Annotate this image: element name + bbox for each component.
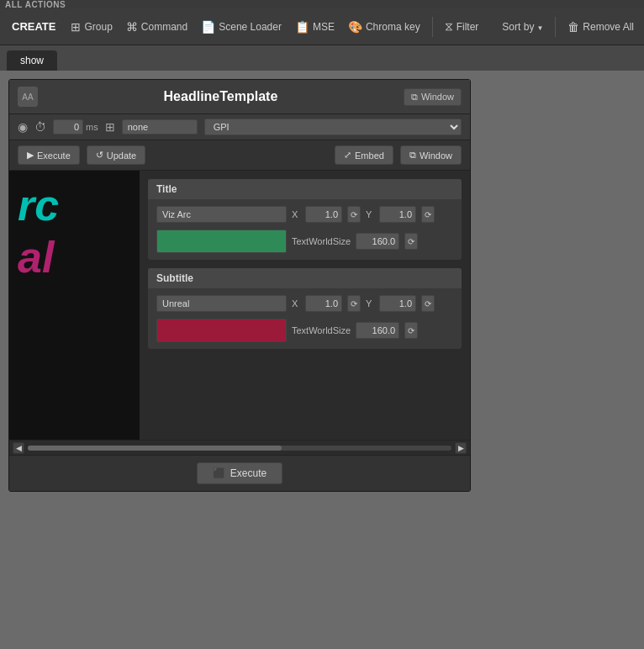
none-input[interactable]: [122, 119, 198, 135]
execute-footer-button[interactable]: ⬛ Execute: [197, 462, 282, 484]
subtitle-x-label: X: [292, 298, 300, 309]
headline-template-card: AA HeadlineTemplate ⧉ Window ◉ ⏱ ms ⊞ GP…: [8, 79, 471, 492]
tab-bar: show: [0, 45, 644, 71]
properties-panel: Title X ⟳ Y ⟳: [140, 171, 470, 440]
chroma-key-icon: 🎨: [348, 20, 362, 34]
group-icon: ⊞: [71, 20, 81, 34]
execute-icon: ▶: [27, 150, 34, 161]
subtitle-group-body: X ⟳ Y ⟳ TextWorldSize ⟳: [148, 288, 462, 349]
title-y-spin[interactable]: ⟳: [421, 206, 435, 223]
filter-button[interactable]: Filter: [440, 13, 484, 40]
card-actions: ▶ Execute ↺ Update ⤢ Embed ⧉ Window: [9, 140, 470, 171]
subtitle-y-label: Y: [366, 298, 374, 309]
gpi-select[interactable]: GPI: [204, 119, 462, 135]
subtitle-y-spin[interactable]: ⟳: [421, 295, 435, 312]
main-area: AA HeadlineTemplate ⧉ Window ◉ ⏱ ms ⊞ GP…: [0, 71, 644, 649]
command-icon: ⌘: [126, 20, 138, 34]
card-window-button[interactable]: ⧉ Window: [404, 88, 462, 106]
subtitle-color-row: TextWorldSize ⟳: [156, 319, 453, 342]
title-text-input[interactable]: [156, 206, 287, 223]
title-twsize-input[interactable]: [356, 233, 399, 250]
refresh-icon: ↺: [96, 150, 103, 161]
preview-text-line1: rc: [18, 183, 59, 227]
sort-by-button[interactable]: Sort by: [497, 13, 548, 40]
subtitle-group-header: Subtitle: [148, 268, 462, 288]
subtitle-twsize-label: TextWorldSize: [292, 325, 351, 335]
card-title: HeadlineTemplate: [45, 89, 397, 104]
grid-icon: ⊞: [105, 120, 115, 134]
create-button[interactable]: CREATE: [5, 13, 62, 40]
title-color-row: TextWorldSize ⟳: [156, 230, 453, 253]
subtitle-twsize-input[interactable]: [356, 322, 399, 339]
subtitle-text-row: X ⟳ Y ⟳: [156, 295, 453, 312]
embed-button[interactable]: ⤢ Embed: [335, 145, 393, 165]
x-label: X: [292, 209, 300, 219]
top-bar-title: ALL ACTIONS: [5, 0, 66, 9]
chroma-key-button[interactable]: 🎨 Chroma key: [343, 13, 425, 40]
ms-value-input[interactable]: [53, 119, 83, 135]
title-text-row: X ⟳ Y ⟳: [156, 206, 453, 223]
ms-input-group: ms: [53, 119, 98, 135]
subtitle-x-input[interactable]: [305, 295, 342, 312]
subtitle-y-input[interactable]: [379, 295, 416, 312]
card-window-button-2[interactable]: ⧉ Window: [400, 145, 462, 165]
card-subheader: ◉ ⏱ ms ⊞ GPI: [9, 114, 470, 140]
subtitle-twsize-spin[interactable]: ⟳: [404, 322, 418, 339]
scene-loader-icon: 📄: [201, 20, 215, 34]
card-icon: AA: [18, 87, 38, 107]
toolbar: CREATE ⊞ Group ⌘ Command 📄 Scene Loader …: [0, 8, 644, 45]
preview-text-line2: al: [18, 235, 54, 279]
y-label: Y: [366, 209, 374, 219]
title-y-input[interactable]: [379, 206, 416, 223]
execute-footer-icon: ⬛: [213, 467, 225, 479]
command-button[interactable]: ⌘ Command: [121, 13, 193, 40]
tab-show[interactable]: show: [7, 50, 57, 71]
execute-button[interactable]: ▶ Execute: [18, 145, 80, 165]
mse-icon: 📋: [295, 20, 309, 34]
mse-button[interactable]: 📋 MSE: [290, 13, 340, 40]
title-group-body: X ⟳ Y ⟳ TextWorldSize ⟳: [148, 199, 462, 260]
layer-icon: ◉: [18, 120, 28, 134]
title-group-header: Title: [148, 179, 462, 199]
subtitle-group: Subtitle X ⟳ Y ⟳: [148, 268, 462, 349]
title-x-input[interactable]: [305, 206, 342, 223]
subtitle-color-preview[interactable]: [156, 319, 287, 342]
preview-area: rc al: [9, 171, 140, 440]
scroll-track: [28, 446, 451, 451]
embed-icon: ⤢: [344, 150, 351, 161]
title-group: Title X ⟳ Y ⟳: [148, 179, 462, 260]
chevron-down-icon: [536, 21, 543, 33]
window-icon-2: ⧉: [409, 150, 416, 161]
clock-icon: ⏱: [34, 120, 46, 134]
scroll-thumb: [28, 446, 282, 451]
card-header: AA HeadlineTemplate ⧉ Window: [9, 80, 470, 114]
subtitle-text-input[interactable]: [156, 295, 287, 312]
title-twsize-spin[interactable]: ⟳: [404, 233, 418, 250]
update-button[interactable]: ↺ Update: [87, 145, 145, 165]
scroll-area: ◀ ▶: [9, 440, 470, 455]
scroll-right-button[interactable]: ▶: [455, 442, 467, 454]
title-color-preview[interactable]: [156, 230, 287, 253]
group-button[interactable]: ⊞ Group: [66, 13, 117, 40]
title-x-spin[interactable]: ⟳: [347, 206, 361, 223]
top-bar: ALL ACTIONS: [0, 0, 644, 8]
toolbar-separator-2: [555, 17, 556, 37]
card-body: rc al Title X ⟳ Y: [9, 171, 470, 440]
subtitle-x-spin[interactable]: ⟳: [347, 295, 361, 312]
remove-all-button[interactable]: 🗑 Remove All: [562, 13, 639, 40]
window-icon: ⧉: [411, 92, 418, 103]
toolbar-separator: [432, 17, 433, 37]
card-footer: ⬛ Execute: [9, 455, 470, 491]
scene-loader-button[interactable]: 📄 Scene Loader: [196, 13, 287, 40]
scroll-left-button[interactable]: ◀: [13, 442, 24, 454]
trash-icon: 🗑: [567, 20, 579, 34]
title-twsize-label: TextWorldSize: [292, 236, 351, 246]
filter-icon: [445, 19, 453, 34]
